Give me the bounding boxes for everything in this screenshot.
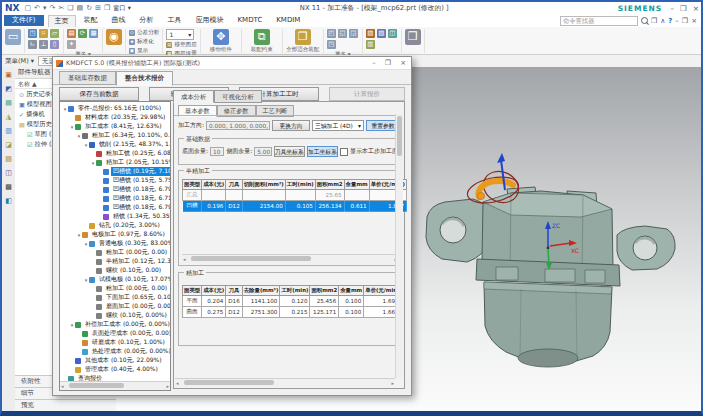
ribbon-icon[interactable]: ⊥ <box>39 40 48 49</box>
table-header[interactable]: 去除量(mm³) <box>242 286 280 296</box>
tree-item[interactable]: 研磨成本 (0.10元, 1.00%) <box>60 338 170 347</box>
show-faces-checkbox[interactable] <box>340 148 348 156</box>
change-direction-button[interactable]: 更换方向 <box>272 120 310 131</box>
ribbon-row-item[interactable]: ▤移至图层 <box>166 41 196 49</box>
tree-item[interactable]: 凹槽铣 (0.19元, 7.10%) <box>60 167 170 176</box>
tree-item[interactable]: 凹槽铣 (0.18元, 6.79%) <box>60 185 170 194</box>
web-browser-icon[interactable]: ◪ <box>4 141 13 150</box>
save-icon[interactable]: ▢ <box>24 4 31 13</box>
ribbon-icon[interactable]: ▤ <box>67 29 76 38</box>
dialog-minimize-button[interactable]: – <box>372 59 376 67</box>
ribbon-icon[interactable]: ▨ <box>366 29 375 38</box>
calc-quote-button[interactable]: 计算报价 <box>329 87 405 101</box>
layer-dropdown[interactable]: 1▾ <box>166 29 194 40</box>
copy-icon[interactable]: ❏ <box>67 4 73 13</box>
tree-item[interactable]: 精铣 (1.34元, 50.35%) <box>60 212 170 221</box>
ribbon-icon[interactable]: ▥ <box>366 40 375 49</box>
tool-cs-button[interactable]: 刀具坐标系 <box>274 146 305 157</box>
table-header[interactable]: 刀具 <box>226 286 242 296</box>
process-studio-icon[interactable]: ◫ <box>4 169 13 178</box>
tree-item[interactable]: ▾加工成本 (8.41元, 12.63%) <box>60 122 170 131</box>
window-switch-icon[interactable]: ❐ <box>651 17 657 25</box>
window-icon[interactable]: ❐ <box>104 4 110 13</box>
table-header[interactable]: 工时(min) <box>280 286 310 296</box>
ribbon-row-item[interactable]: ◈标准化 <box>129 38 159 46</box>
table-header[interactable]: 余量mm <box>339 286 364 296</box>
semi-finish-table[interactable]: 面类型成本(元)刀具切削面积(mm²)工时(min)面积mm2余量mm单价(元/… <box>182 179 407 212</box>
ribbon-row-item[interactable]: ◇公差分析 <box>129 29 159 37</box>
finish-table[interactable]: 面类型成本(元)刀具去除量(mm³)工时(min)面积mm2余量mm单价(元/m… <box>182 285 402 318</box>
dialog-close-button[interactable]: × <box>400 59 406 67</box>
part-navigator-icon[interactable]: ▤ <box>4 99 13 108</box>
tree-item[interactable]: ▾铣削 (2.15元, 48.37%, 1.3h) <box>60 140 170 149</box>
tree-item[interactable]: 材料成本 (20.35元, 29.98%) <box>60 113 170 122</box>
system-materials-icon[interactable]: ◧ <box>4 197 13 206</box>
table-header[interactable]: 成本(元) <box>202 180 226 190</box>
ribbon-icon[interactable]: ◳ <box>327 40 336 49</box>
panel-hscrollbar[interactable]: ◂▸ <box>175 378 395 387</box>
table-header[interactable]: 成本(元) <box>202 286 226 296</box>
ribbon-icon[interactable]: ◫ <box>388 29 397 38</box>
tab-visual-analysis[interactable]: 可视化分析 <box>214 90 261 103</box>
menu-tab-KMDTC[interactable]: KMDTC <box>232 15 269 26</box>
tree-item[interactable]: 凹槽铣 (0.15元, 5.75%) <box>60 176 170 185</box>
roles-icon[interactable]: ▩ <box>4 183 13 192</box>
ribbon-big-icon[interactable]: ▭ <box>5 29 21 45</box>
ribbon-icon[interactable]: ◰ <box>327 29 336 38</box>
menu-tab-装配[interactable]: 装配 <box>78 15 104 26</box>
menu-tab-工具[interactable]: 工具 <box>162 15 188 26</box>
table-header[interactable]: 工时(min) <box>285 180 315 190</box>
tree-item[interactable]: 螺纹 (0.10元, 0.00) <box>60 266 170 275</box>
direction-value-field[interactable]: 0.000, 1.000, 0.000, 0.0 <box>206 121 270 130</box>
table-header[interactable]: 面积mm2 <box>315 180 344 190</box>
menu-tab-曲线[interactable]: 曲线 <box>106 15 132 26</box>
restore2-icon[interactable]: ❐ <box>682 17 688 25</box>
ribbon-big-icon[interactable]: ❒ <box>405 29 421 45</box>
ribbon-icon[interactable]: ⌑ <box>39 29 48 38</box>
tab-integrated-quote[interactable]: 整合技术报价 <box>116 71 173 86</box>
tree-item[interactable]: ▾普通电极 (0.30元, 83.00%) <box>60 239 170 248</box>
tree-item[interactable]: 表面处理成本 (0.00元, 0.00) <box>60 329 170 338</box>
table-header[interactable]: 面类型 <box>183 180 202 190</box>
close2-icon[interactable]: × <box>691 17 697 25</box>
minimize2-icon[interactable]: – <box>675 17 679 25</box>
tree-item[interactable]: 粗加工 (0.00元, 0.00) <box>60 284 170 293</box>
reuse-library-icon[interactable]: ◮ <box>4 113 13 122</box>
table-header[interactable]: 面积mm2 <box>310 286 339 296</box>
menu-dropdown[interactable]: 菜单(M) ▾ <box>5 57 34 66</box>
semi-table-hscrollbar[interactable]: ◂▸ <box>182 254 398 263</box>
tree-item[interactable]: 管理成本 (0.40元, 4.00%) <box>60 365 170 374</box>
bottom-allowance-field[interactable]: 10 <box>210 147 224 156</box>
machine-cs-button[interactable]: 加工坐标系 <box>307 146 338 157</box>
ribbon-button-装配约束[interactable]: ⧉装配约束 <box>245 29 279 53</box>
menu-tab-分析[interactable]: 分析 <box>134 15 160 26</box>
table-row[interactable]: 凹槽0.196D122154.000.105256.1340.6111.867 <box>183 201 407 212</box>
ribbon-icon[interactable]: ✦ <box>67 40 76 49</box>
tree-item[interactable]: ▾补偿加工成本 (0.00元, 0.00%) <box>60 320 170 329</box>
close-button[interactable]: × <box>693 4 699 13</box>
constraint-navigator-icon[interactable]: ◩ <box>4 85 13 94</box>
file-menu-button[interactable]: 文件(F) <box>4 15 44 26</box>
tree-item[interactable]: 凹槽铣 (0.18元, 6.79%) <box>60 203 170 212</box>
tree-item[interactable]: 凹槽铣 (0.18元, 6.71%) <box>60 194 170 203</box>
tree-hscrollbar[interactable]: ◂▸ <box>60 381 170 390</box>
table-header[interactable]: 余量mm <box>344 180 369 190</box>
ribbon-big-icon[interactable]: ◉ <box>106 29 122 45</box>
paste-icon[interactable]: ▤ <box>77 4 84 13</box>
tree-item[interactable]: 半精加工 (0.12元, 12.35%) <box>60 257 170 266</box>
table-header[interactable]: 面类型 <box>183 286 202 296</box>
menu-tab-应用模块[interactable]: 应用模块 <box>190 15 230 26</box>
tree-item[interactable]: ▾精加工 (2.05元, 10.15%) <box>60 158 170 167</box>
ribbon-row-item[interactable]: ▣显示 <box>129 47 159 55</box>
tree-item[interactable]: 钻孔 (0.20元, 3.00%) <box>60 221 170 230</box>
search-icon[interactable] <box>641 17 648 24</box>
menu-tab-KMDIM[interactable]: KMDIM <box>270 15 306 26</box>
collapse-ribbon-icon[interactable]: ∧ <box>660 17 665 25</box>
tab-base-inventory[interactable]: 基础库存数据 <box>59 71 116 85</box>
repeat-icon[interactable]: ↻ <box>86 4 92 13</box>
redo-icon[interactable]: ↷ <box>50 4 56 13</box>
tree-item[interactable]: 热处理成本 (0.00元, 0.00%) <box>60 347 170 356</box>
cut-icon[interactable]: ✂ <box>58 4 64 13</box>
dialog-titlebar[interactable]: KMDFCT 5.0 (模具报价辅助工具) 国际版(测试) – ❐ × <box>53 57 411 70</box>
ribbon-icon[interactable]: ▧ <box>377 29 386 38</box>
